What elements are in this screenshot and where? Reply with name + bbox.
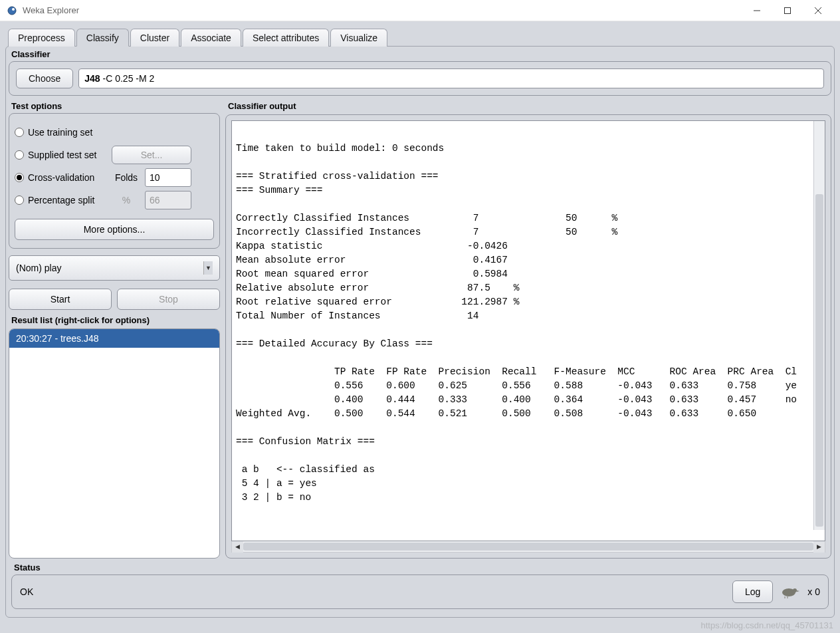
tab-visualize[interactable]: Visualize (330, 29, 387, 47)
activity-count: x 0 (807, 586, 820, 597)
output-content: Time taken to build model: 0 seconds ===… (236, 143, 797, 503)
scroll-left-icon[interactable]: ◀ (232, 541, 243, 553)
titlebar: Weka Explorer (0, 0, 840, 21)
classifier-scheme-field[interactable]: J48 -C 0.25 -M 2 (78, 68, 824, 88)
folds-input[interactable] (145, 168, 191, 187)
svg-point-0 (8, 7, 16, 15)
classifier-output-text[interactable]: Time taken to build model: 0 seconds ===… (231, 120, 825, 541)
classifier-output-heading: Classifier output (228, 101, 831, 111)
svg-point-1 (12, 8, 15, 11)
start-button[interactable]: Start (9, 289, 112, 310)
scrollbar-thumb[interactable] (815, 194, 823, 527)
stop-button: Stop (117, 289, 220, 310)
classifier-scheme-args: -C 0.25 -M 2 (100, 73, 155, 84)
percentage-input (145, 191, 191, 209)
label-percent-symbol: % (112, 195, 141, 205)
app-icon (7, 5, 17, 16)
classifier-heading: Classifier (11, 49, 831, 59)
chevron-down-icon: ▼ (203, 261, 213, 275)
label-percentage-split: Percentage split (28, 195, 108, 205)
tab-classify[interactable]: Classify (76, 29, 129, 47)
test-options-heading: Test options (11, 101, 220, 111)
radio-supplied-test[interactable] (15, 150, 24, 160)
svg-rect-3 (785, 7, 791, 13)
classifier-output-panel: Time taken to build model: 0 seconds ===… (225, 114, 831, 559)
label-folds: Folds (112, 172, 141, 183)
label-cross-validation: Cross-validation (28, 172, 108, 183)
maximize-button[interactable] (772, 0, 803, 21)
class-attribute-value: (Nom) play (16, 263, 61, 273)
status-heading: Status (14, 563, 829, 572)
label-use-training: Use training set (28, 127, 108, 138)
tab-cluster[interactable]: Cluster (130, 29, 179, 47)
status-text: OK (20, 586, 33, 597)
status-bar: OK Log x 0 (11, 574, 829, 609)
log-button[interactable]: Log (732, 580, 773, 603)
weka-bird-icon (780, 585, 801, 598)
choose-button[interactable]: Choose (16, 68, 73, 88)
scroll-right-icon[interactable]: ▶ (813, 541, 825, 553)
result-list-heading: Result list (right-click for options) (11, 315, 220, 325)
main-tabs: Preprocess Classify Cluster Associate Se… (8, 28, 837, 46)
horizontal-scrollbar[interactable]: ◀ ▶ (231, 541, 825, 553)
result-list-item[interactable]: 20:30:27 - trees.J48 (9, 329, 219, 348)
vertical-scrollbar[interactable] (813, 121, 825, 530)
minimize-button[interactable] (742, 0, 772, 21)
radio-cross-validation[interactable] (15, 173, 24, 182)
result-list[interactable]: 20:30:27 - trees.J48 (9, 328, 220, 559)
tab-associate[interactable]: Associate (181, 29, 241, 47)
classifier-scheme-name: J48 (84, 73, 100, 84)
tab-select-attributes[interactable]: Select attributes (243, 29, 329, 47)
window-title: Weka Explorer (23, 5, 742, 15)
classifier-chooser: Choose J48 -C 0.25 -M 2 (9, 61, 831, 96)
set-testfile-button[interactable]: Set... (112, 146, 191, 164)
radio-percentage-split[interactable] (15, 195, 24, 205)
class-attribute-combo[interactable]: (Nom) play ▼ (9, 255, 220, 281)
radio-use-training[interactable] (15, 128, 24, 137)
scrollbar-thumb-h[interactable] (243, 543, 813, 551)
more-options-button[interactable]: More options... (15, 219, 214, 240)
svg-point-7 (793, 588, 797, 592)
label-supplied-test: Supplied test set (28, 150, 108, 160)
test-options-panel: Use training set Supplied test set Set..… (9, 113, 220, 249)
tab-preprocess[interactable]: Preprocess (8, 29, 75, 47)
watermark: https://blog.csdn.net/qq_45701131 (701, 620, 834, 630)
close-button[interactable] (803, 0, 833, 21)
